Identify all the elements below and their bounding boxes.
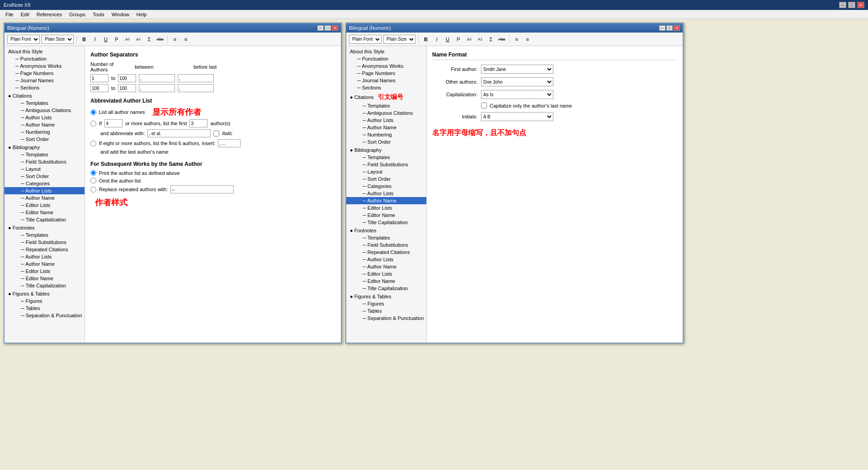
nav-sort-order[interactable]: ─ Sort Order	[5, 173, 85, 180]
cap-only-last-checkbox[interactable]	[481, 103, 487, 108]
right-underline-btn[interactable]: U	[443, 35, 452, 44]
menu-tools[interactable]: Tools	[89, 11, 108, 18]
nav-figures-tables[interactable]: ● Figures & Tables	[5, 290, 85, 297]
sub-radio-print[interactable]	[90, 170, 96, 176]
nav-cit-sort-order[interactable]: ─ Sort Order	[5, 136, 85, 143]
sigma-btn[interactable]: Σ	[145, 35, 154, 44]
right-align-left-btn[interactable]: ≡	[512, 35, 521, 44]
r-nav-fn-title-cap[interactable]: ─ Title Capitalization	[346, 285, 426, 292]
capitalization-select[interactable]: As Is All Caps Normal	[481, 90, 553, 99]
nav-field-subs[interactable]: ─ Field Substitutions	[5, 158, 85, 165]
initials-select[interactable]: A B AB A.B. A. B.	[481, 112, 553, 121]
r-nav-anonymous[interactable]: ─ Anonymous Works	[346, 62, 426, 70]
first-author-select[interactable]: Smith Jane Jane Smith Smith J J Smith	[481, 65, 553, 74]
r-nav-cit-author-lists[interactable]: ─ Author Lists	[346, 117, 426, 124]
nav-fn-editor-lists[interactable]: ─ Editor Lists	[5, 268, 85, 275]
right-italic-btn[interactable]: I	[432, 35, 441, 44]
nav-tables[interactable]: ─ Tables	[5, 305, 85, 312]
r-nav-figures-tables[interactable]: ● Figures & Tables	[346, 293, 426, 300]
right-close-btn[interactable]: ✕	[674, 25, 680, 31]
r-nav-figures[interactable]: ─ Figures	[346, 300, 426, 307]
r-nav-sep-punct[interactable]: ─ Separation & Punctuation	[346, 315, 426, 322]
nav-sep-punct[interactable]: ─ Separation & Punctuation	[5, 312, 85, 319]
r-nav-fn-templates[interactable]: ─ Templates	[346, 234, 426, 241]
nav-journal-names[interactable]: ─ Journal Names	[5, 77, 85, 84]
abc-btn[interactable]: Abc	[156, 35, 165, 44]
nav-editor-lists[interactable]: ─ Editor Lists	[5, 202, 85, 209]
minimize-btn[interactable]: ─	[839, 2, 846, 8]
nav-cit-templates[interactable]: ─ Templates	[5, 99, 85, 107]
r-nav-author-name[interactable]: ─ Author Name	[346, 197, 426, 204]
menu-window[interactable]: Window	[108, 11, 133, 18]
r-nav-citations[interactable]: ● Citations 引文编号	[346, 92, 426, 102]
nav-layout[interactable]: ─ Layout	[5, 165, 85, 173]
r-nav-numbering[interactable]: ─ Numbering	[346, 131, 426, 138]
superscript-btn[interactable]: A2	[123, 35, 132, 44]
left-font-select[interactable]: Plain Font	[7, 35, 40, 44]
left-size-select[interactable]: Plain Size	[42, 35, 74, 44]
nav-fn-templates[interactable]: ─ Templates	[5, 231, 85, 239]
right-superscript-btn[interactable]: A2	[465, 35, 474, 44]
right-sigma-btn[interactable]: Σ	[486, 35, 495, 44]
nav-repeated-cit[interactable]: ─ Repeated Citations	[5, 246, 85, 253]
r-nav-editor-lists[interactable]: ─ Editor Lists	[346, 204, 426, 212]
right-bold-btn[interactable]: B	[421, 35, 430, 44]
radio-eight[interactable]	[90, 141, 96, 146]
r-nav-tables[interactable]: ─ Tables	[346, 307, 426, 315]
r-nav-fn-field-subs[interactable]: ─ Field Substitutions	[346, 241, 426, 249]
abbrev-with-input[interactable]	[147, 129, 211, 137]
nav-editor-name[interactable]: ─ Editor Name	[5, 209, 85, 216]
nav-fn-field-subs[interactable]: ─ Field Substitutions	[5, 239, 85, 246]
first-count[interactable]	[189, 119, 208, 127]
nav-categories[interactable]: ─ Categories	[5, 180, 85, 187]
menu-references[interactable]: References	[33, 11, 66, 18]
nav-fn-title-cap[interactable]: ─ Title Capitalization	[5, 282, 85, 289]
subscript-btn[interactable]: A1	[134, 35, 143, 44]
menu-help[interactable]: Help	[133, 11, 151, 18]
num-authors-from-2[interactable]	[90, 84, 108, 92]
num-authors-to-2[interactable]	[118, 84, 136, 92]
nav-fn-editor-name[interactable]: ─ Editor Name	[5, 275, 85, 282]
nav-ambiguous[interactable]: ─ Ambiguous Citations	[5, 107, 85, 114]
menu-file[interactable]: File	[2, 11, 17, 18]
r-nav-cit-templates[interactable]: ─ Templates	[346, 102, 426, 109]
nav-cit-author-name[interactable]: ─ Author Name	[5, 121, 85, 128]
r-nav-repeated-cit[interactable]: ─ Repeated Citations	[346, 249, 426, 256]
nav-page-numbers[interactable]: ─ Page Numbers	[5, 70, 85, 77]
right-minimize-btn[interactable]: ─	[659, 25, 665, 31]
num-authors-from-1[interactable]	[90, 74, 108, 82]
num-authors-to-1[interactable]	[118, 74, 136, 82]
r-nav-punctuation[interactable]: ─ Punctuation	[346, 55, 426, 62]
nav-footnotes[interactable]: ● Footnotes	[5, 224, 85, 231]
nav-citations[interactable]: ● Citations	[5, 92, 85, 99]
left-maximize-btn[interactable]: □	[325, 25, 331, 31]
r-nav-cit-sort-order[interactable]: ─ Sort Order	[346, 138, 426, 146]
r-nav-bib-templates[interactable]: ─ Templates	[346, 154, 426, 161]
other-authors-select[interactable]: Doe John John Doe Doe J	[481, 77, 553, 86]
r-nav-about[interactable]: About this Style	[346, 48, 426, 55]
r-nav-fn-editor-lists[interactable]: ─ Editor Lists	[346, 270, 426, 277]
left-minimize-btn[interactable]: ─	[317, 25, 324, 31]
italic-btn[interactable]: I	[90, 35, 99, 44]
nav-author-lists[interactable]: ─ Author Lists	[5, 187, 85, 194]
align-left-btn[interactable]: ≡	[170, 35, 179, 44]
nav-about[interactable]: About this Style	[5, 48, 85, 55]
before-last-input-2[interactable]	[178, 84, 214, 92]
between-input-2[interactable]	[139, 84, 175, 92]
nav-sections[interactable]: ─ Sections	[5, 84, 85, 91]
r-nav-sections[interactable]: ─ Sections	[346, 84, 426, 91]
menu-edit[interactable]: Edit	[17, 11, 33, 18]
close-btn[interactable]: ✕	[857, 2, 864, 8]
r-nav-editor-name[interactable]: ─ Editor Name	[346, 212, 426, 219]
nav-anonymous[interactable]: ─ Anonymous Works	[5, 62, 85, 70]
r-nav-cit-author-name[interactable]: ─ Author Name	[346, 124, 426, 131]
radio-list-all[interactable]	[90, 109, 96, 115]
r-nav-fn-author-lists[interactable]: ─ Author Lists	[346, 256, 426, 263]
nav-fn-author-lists[interactable]: ─ Author Lists	[5, 253, 85, 260]
r-nav-field-subs[interactable]: ─ Field Substitutions	[346, 161, 426, 168]
left-close-btn[interactable]: ✕	[332, 25, 338, 31]
r-nav-fn-editor-name[interactable]: ─ Editor Name	[346, 277, 426, 285]
r-nav-sort-order[interactable]: ─ Sort Order	[346, 175, 426, 183]
sub-radio-replace[interactable]	[90, 187, 96, 193]
r-nav-fn-author-name[interactable]: ─ Author Name	[346, 263, 426, 270]
